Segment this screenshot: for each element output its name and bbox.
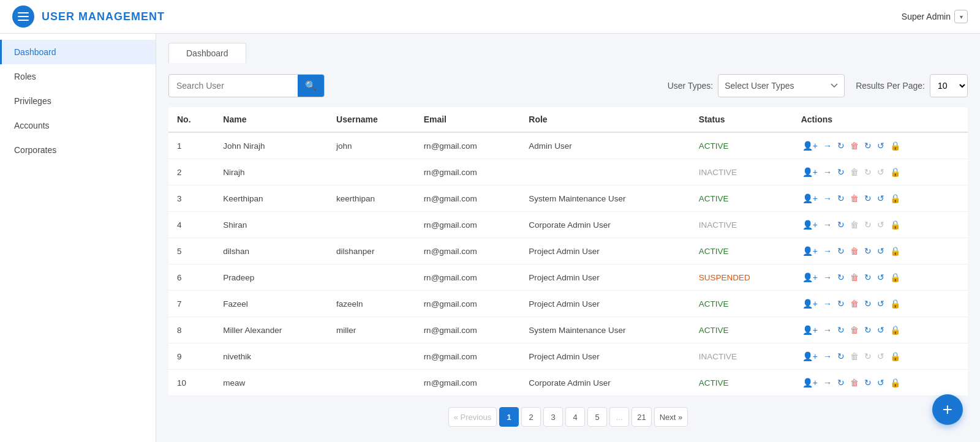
delete-icon[interactable]: 🗑 xyxy=(849,192,860,204)
reset-icon[interactable]: ↻ xyxy=(863,140,873,152)
user-types-select[interactable]: Select User Types Admin User System Main… xyxy=(718,74,845,97)
lock-icon[interactable]: 🔒 xyxy=(889,192,902,204)
edit-user-icon[interactable]: 👤+ xyxy=(801,298,819,310)
edit-user-icon[interactable]: 👤+ xyxy=(801,324,819,336)
edit-user-icon[interactable]: 👤+ xyxy=(801,192,819,204)
lock-icon[interactable]: 🔒 xyxy=(889,376,902,389)
redirect-icon[interactable]: → xyxy=(822,350,833,362)
edit-user-icon[interactable]: 👤+ xyxy=(801,219,819,231)
cell-status: INACTIVE xyxy=(690,159,793,185)
lock-icon[interactable]: 🔒 xyxy=(889,324,902,336)
history-icon[interactable]: ↻ xyxy=(836,140,846,152)
refresh-icon[interactable]: ↺ xyxy=(876,245,886,257)
cell-status: ACTIVE xyxy=(690,185,793,212)
redirect-icon[interactable]: → xyxy=(822,219,833,231)
page-button-21[interactable]: 21 xyxy=(631,407,651,427)
next-button[interactable]: Next » xyxy=(654,407,688,427)
table-row: 4 Shiran rn@gmail.com Corporate Admin Us… xyxy=(168,212,968,238)
lock-icon[interactable]: 🔒 xyxy=(889,166,902,178)
sidebar-item-dashboard[interactable]: Dashboard xyxy=(0,40,156,64)
reset-icon[interactable]: ↻ xyxy=(863,298,873,310)
lock-icon[interactable]: 🔒 xyxy=(889,219,902,231)
refresh-icon[interactable]: ↺ xyxy=(876,219,886,231)
delete-icon[interactable]: 🗑 xyxy=(849,219,860,231)
chevron-down-icon[interactable]: ▾ xyxy=(954,10,968,23)
lock-icon[interactable]: 🔒 xyxy=(889,271,902,283)
history-icon[interactable]: ↻ xyxy=(836,376,846,389)
lock-icon[interactable]: 🔒 xyxy=(889,298,902,310)
redirect-icon[interactable]: → xyxy=(822,245,833,257)
sidebar-item-accounts[interactable]: Accounts xyxy=(0,113,156,138)
refresh-icon[interactable]: ↺ xyxy=(876,271,886,283)
table-row: 8 Miller Alexander miller rn@gmail.com S… xyxy=(168,317,968,343)
refresh-icon[interactable]: ↺ xyxy=(876,350,886,362)
refresh-icon[interactable]: ↺ xyxy=(876,324,886,336)
edit-user-icon[interactable]: 👤+ xyxy=(801,140,819,152)
history-icon[interactable]: ↻ xyxy=(836,350,846,362)
history-icon[interactable]: ↻ xyxy=(836,166,846,178)
sidebar-item-roles[interactable]: Roles xyxy=(0,64,156,89)
reset-icon[interactable]: ↻ xyxy=(863,192,873,204)
reset-icon[interactable]: ↻ xyxy=(863,271,873,283)
app-title: USER MANAGEMENT xyxy=(42,10,165,23)
hamburger-icon[interactable] xyxy=(12,6,34,28)
results-per-page-select[interactable]: 10 25 50 100 xyxy=(930,74,968,97)
edit-user-icon[interactable]: 👤+ xyxy=(801,271,819,283)
history-icon[interactable]: ↻ xyxy=(836,219,846,231)
history-icon[interactable]: ↻ xyxy=(836,298,846,310)
delete-icon[interactable]: 🗑 xyxy=(849,166,860,178)
delete-icon[interactable]: 🗑 xyxy=(849,245,860,257)
search-button[interactable]: 🔍 xyxy=(298,75,324,97)
reset-icon[interactable]: ↻ xyxy=(863,245,873,257)
sidebar-item-privileges[interactable]: Privileges xyxy=(0,89,156,113)
redirect-icon[interactable]: → xyxy=(822,271,833,283)
delete-icon[interactable]: 🗑 xyxy=(849,140,860,152)
history-icon[interactable]: ↻ xyxy=(836,324,846,336)
redirect-icon[interactable]: → xyxy=(822,376,833,389)
page-button-4[interactable]: 4 xyxy=(565,407,585,427)
lock-icon[interactable]: 🔒 xyxy=(889,245,902,257)
edit-user-icon[interactable]: 👤+ xyxy=(801,245,819,257)
search-input[interactable] xyxy=(169,75,298,97)
reset-icon[interactable]: ↻ xyxy=(863,376,873,389)
refresh-icon[interactable]: ↺ xyxy=(876,140,886,152)
lock-icon[interactable]: 🔒 xyxy=(889,140,902,152)
refresh-icon[interactable]: ↺ xyxy=(876,192,886,204)
refresh-icon[interactable]: ↺ xyxy=(876,376,886,389)
cell-role xyxy=(520,159,690,185)
history-icon[interactable]: ↻ xyxy=(836,192,846,204)
delete-icon[interactable]: 🗑 xyxy=(849,271,860,283)
redirect-icon[interactable]: → xyxy=(822,192,833,204)
refresh-icon[interactable]: ↺ xyxy=(876,298,886,310)
redirect-icon[interactable]: → xyxy=(822,166,833,178)
sidebar-item-corporates[interactable]: Corporates xyxy=(0,138,156,162)
redirect-icon[interactable]: → xyxy=(822,298,833,310)
reset-icon[interactable]: ↻ xyxy=(863,166,873,178)
edit-user-icon[interactable]: 👤+ xyxy=(801,350,819,362)
delete-icon[interactable]: 🗑 xyxy=(849,298,860,310)
edit-user-icon[interactable]: 👤+ xyxy=(801,166,819,178)
delete-icon[interactable]: 🗑 xyxy=(849,376,860,389)
cell-username: john xyxy=(328,132,415,159)
refresh-icon[interactable]: ↺ xyxy=(876,166,886,178)
cell-actions: 👤+ → ↻ 🗑 ↻ ↺ 🔒 xyxy=(793,212,968,238)
page-button-1[interactable]: 1 xyxy=(499,407,519,427)
prev-button[interactable]: « Previous xyxy=(448,407,497,427)
lock-icon[interactable]: 🔒 xyxy=(889,350,902,362)
delete-icon[interactable]: 🗑 xyxy=(849,324,860,336)
delete-icon[interactable]: 🗑 xyxy=(849,350,860,362)
page-button-5[interactable]: 5 xyxy=(587,407,607,427)
redirect-icon[interactable]: → xyxy=(822,140,833,152)
cell-actions: 👤+ → ↻ 🗑 ↻ ↺ 🔒 xyxy=(793,343,968,370)
edit-user-icon[interactable]: 👤+ xyxy=(801,376,819,389)
page-button-2[interactable]: 2 xyxy=(521,407,541,427)
reset-icon[interactable]: ↻ xyxy=(863,350,873,362)
admin-menu[interactable]: Super Admin ▾ xyxy=(902,10,968,23)
add-user-fab-button[interactable]: + xyxy=(932,394,963,425)
history-icon[interactable]: ↻ xyxy=(836,271,846,283)
page-button-3[interactable]: 3 xyxy=(543,407,563,427)
redirect-icon[interactable]: → xyxy=(822,324,833,336)
reset-icon[interactable]: ↻ xyxy=(863,324,873,336)
reset-icon[interactable]: ↻ xyxy=(863,219,873,231)
history-icon[interactable]: ↻ xyxy=(836,245,846,257)
